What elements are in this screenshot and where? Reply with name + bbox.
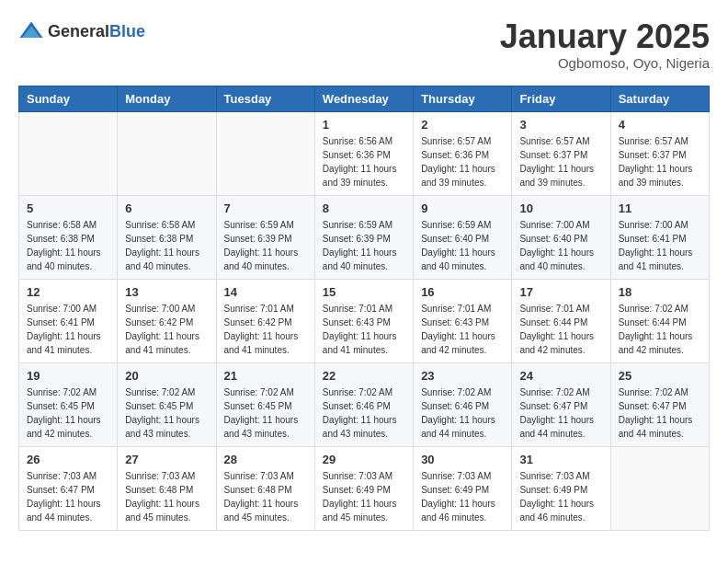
calendar-cell: 23Sunrise: 7:02 AMSunset: 6:46 PMDayligh… bbox=[414, 362, 512, 446]
day-info: Sunrise: 6:56 AMSunset: 6:36 PMDaylight:… bbox=[323, 134, 405, 190]
day-number: 1 bbox=[323, 118, 405, 132]
day-number: 31 bbox=[519, 453, 602, 466]
calendar-cell: 27Sunrise: 7:03 AMSunset: 6:48 PMDayligh… bbox=[118, 446, 216, 530]
week-row-2: 5Sunrise: 6:58 AMSunset: 6:38 PMDaylight… bbox=[19, 195, 710, 279]
day-info: Sunrise: 6:59 AMSunset: 6:39 PMDaylight:… bbox=[224, 218, 307, 273]
day-info: Sunrise: 7:02 AMSunset: 6:45 PMDaylight:… bbox=[125, 385, 208, 441]
weekday-header-row: SundayMondayTuesdayWednesdayThursdayFrid… bbox=[19, 86, 710, 111]
calendar-cell bbox=[118, 111, 216, 195]
day-info: Sunrise: 7:02 AMSunset: 6:46 PMDaylight:… bbox=[421, 385, 504, 441]
day-number: 10 bbox=[519, 201, 602, 215]
calendar-cell: 12Sunrise: 7:00 AMSunset: 6:41 PMDayligh… bbox=[19, 279, 118, 362]
day-info: Sunrise: 6:58 AMSunset: 6:38 PMDaylight:… bbox=[125, 218, 208, 273]
calendar-cell: 17Sunrise: 7:01 AMSunset: 6:44 PMDayligh… bbox=[512, 279, 610, 362]
week-row-5: 26Sunrise: 7:03 AMSunset: 6:47 PMDayligh… bbox=[19, 446, 710, 530]
title-section: January 2025 Ogbomoso, Oyo, Nigeria bbox=[500, 18, 710, 71]
calendar-cell: 2Sunrise: 6:57 AMSunset: 6:36 PMDaylight… bbox=[414, 111, 512, 195]
logo-icon bbox=[18, 18, 44, 44]
day-number: 9 bbox=[421, 201, 504, 215]
logo-text-blue: Blue bbox=[109, 22, 145, 40]
calendar-cell: 19Sunrise: 7:02 AMSunset: 6:45 PMDayligh… bbox=[19, 362, 118, 446]
day-info: Sunrise: 6:57 AMSunset: 6:36 PMDaylight:… bbox=[421, 134, 504, 190]
calendar-cell: 24Sunrise: 7:02 AMSunset: 6:47 PMDayligh… bbox=[512, 362, 610, 446]
day-info: Sunrise: 7:00 AMSunset: 6:40 PMDaylight:… bbox=[519, 218, 602, 273]
calendar-cell: 14Sunrise: 7:01 AMSunset: 6:42 PMDayligh… bbox=[216, 279, 314, 362]
calendar-cell: 10Sunrise: 7:00 AMSunset: 6:40 PMDayligh… bbox=[512, 195, 610, 279]
calendar-cell: 18Sunrise: 7:02 AMSunset: 6:44 PMDayligh… bbox=[610, 279, 709, 362]
calendar-cell: 6Sunrise: 6:58 AMSunset: 6:38 PMDaylight… bbox=[118, 195, 216, 279]
day-number: 18 bbox=[619, 285, 701, 299]
day-info: Sunrise: 7:02 AMSunset: 6:47 PMDaylight:… bbox=[619, 385, 701, 441]
day-info: Sunrise: 7:00 AMSunset: 6:41 PMDaylight:… bbox=[619, 218, 701, 273]
day-info: Sunrise: 7:01 AMSunset: 6:43 PMDaylight:… bbox=[323, 302, 405, 357]
day-info: Sunrise: 7:02 AMSunset: 6:45 PMDaylight:… bbox=[224, 385, 307, 441]
calendar-cell: 8Sunrise: 6:59 AMSunset: 6:39 PMDaylight… bbox=[314, 195, 413, 279]
day-info: Sunrise: 7:01 AMSunset: 6:42 PMDaylight:… bbox=[224, 302, 307, 357]
calendar-cell: 21Sunrise: 7:02 AMSunset: 6:45 PMDayligh… bbox=[216, 362, 314, 446]
calendar-cell: 1Sunrise: 6:56 AMSunset: 6:36 PMDaylight… bbox=[314, 111, 413, 195]
logo-text-general: General bbox=[48, 22, 109, 40]
day-info: Sunrise: 7:03 AMSunset: 6:47 PMDaylight:… bbox=[27, 469, 109, 524]
day-info: Sunrise: 6:57 AMSunset: 6:37 PMDaylight:… bbox=[519, 134, 602, 190]
day-number: 7 bbox=[224, 201, 307, 215]
day-number: 16 bbox=[421, 285, 504, 299]
day-number: 5 bbox=[27, 201, 109, 215]
day-number: 23 bbox=[421, 369, 504, 383]
day-number: 26 bbox=[27, 453, 109, 466]
calendar-table: SundayMondayTuesdayWednesdayThursdayFrid… bbox=[18, 86, 710, 531]
week-row-1: 1Sunrise: 6:56 AMSunset: 6:36 PMDaylight… bbox=[19, 111, 710, 195]
calendar-cell: 26Sunrise: 7:03 AMSunset: 6:47 PMDayligh… bbox=[19, 446, 118, 530]
day-info: Sunrise: 6:59 AMSunset: 6:40 PMDaylight:… bbox=[421, 218, 504, 273]
calendar-cell: 28Sunrise: 7:03 AMSunset: 6:48 PMDayligh… bbox=[216, 446, 314, 530]
day-info: Sunrise: 7:03 AMSunset: 6:49 PMDaylight:… bbox=[421, 469, 504, 524]
calendar-cell: 31Sunrise: 7:03 AMSunset: 6:49 PMDayligh… bbox=[512, 446, 610, 530]
calendar-cell: 29Sunrise: 7:03 AMSunset: 6:49 PMDayligh… bbox=[314, 446, 413, 530]
weekday-header-friday: Friday bbox=[512, 86, 610, 111]
location: Ogbomoso, Oyo, Nigeria bbox=[500, 55, 710, 71]
page-header: GeneralBlue January 2025 Ogbomoso, Oyo, … bbox=[18, 18, 710, 71]
day-number: 28 bbox=[224, 453, 307, 466]
calendar-cell bbox=[610, 446, 709, 530]
day-info: Sunrise: 7:03 AMSunset: 6:48 PMDaylight:… bbox=[125, 469, 208, 524]
calendar-cell: 9Sunrise: 6:59 AMSunset: 6:40 PMDaylight… bbox=[414, 195, 512, 279]
calendar-cell: 5Sunrise: 6:58 AMSunset: 6:38 PMDaylight… bbox=[19, 195, 118, 279]
calendar-cell: 25Sunrise: 7:02 AMSunset: 6:47 PMDayligh… bbox=[610, 362, 709, 446]
day-info: Sunrise: 6:58 AMSunset: 6:38 PMDaylight:… bbox=[27, 218, 109, 273]
calendar-cell bbox=[216, 111, 314, 195]
weekday-header-tuesday: Tuesday bbox=[216, 86, 314, 111]
calendar-cell: 30Sunrise: 7:03 AMSunset: 6:49 PMDayligh… bbox=[414, 446, 512, 530]
day-info: Sunrise: 7:03 AMSunset: 6:48 PMDaylight:… bbox=[224, 469, 307, 524]
weekday-header-thursday: Thursday bbox=[414, 86, 512, 111]
calendar-cell: 13Sunrise: 7:00 AMSunset: 6:42 PMDayligh… bbox=[118, 279, 216, 362]
day-info: Sunrise: 7:00 AMSunset: 6:41 PMDaylight:… bbox=[27, 302, 109, 357]
weekday-header-monday: Monday bbox=[118, 86, 216, 111]
weekday-header-saturday: Saturday bbox=[610, 86, 709, 111]
logo: GeneralBlue bbox=[18, 18, 145, 44]
calendar-cell: 3Sunrise: 6:57 AMSunset: 6:37 PMDaylight… bbox=[512, 111, 610, 195]
day-number: 15 bbox=[323, 285, 405, 299]
day-info: Sunrise: 7:02 AMSunset: 6:47 PMDaylight:… bbox=[519, 385, 602, 441]
day-number: 29 bbox=[323, 453, 405, 466]
calendar-cell: 11Sunrise: 7:00 AMSunset: 6:41 PMDayligh… bbox=[610, 195, 709, 279]
day-number: 25 bbox=[619, 369, 701, 383]
week-row-3: 12Sunrise: 7:00 AMSunset: 6:41 PMDayligh… bbox=[19, 279, 710, 362]
weekday-header-wednesday: Wednesday bbox=[314, 86, 413, 111]
calendar-cell: 22Sunrise: 7:02 AMSunset: 6:46 PMDayligh… bbox=[314, 362, 413, 446]
weekday-header-sunday: Sunday bbox=[19, 86, 118, 111]
day-info: Sunrise: 7:02 AMSunset: 6:46 PMDaylight:… bbox=[323, 385, 405, 441]
day-number: 27 bbox=[125, 453, 208, 466]
day-number: 22 bbox=[323, 369, 405, 383]
day-number: 30 bbox=[421, 453, 504, 466]
day-number: 14 bbox=[224, 285, 307, 299]
day-number: 19 bbox=[27, 369, 109, 383]
day-info: Sunrise: 7:01 AMSunset: 6:43 PMDaylight:… bbox=[421, 302, 504, 357]
day-info: Sunrise: 6:57 AMSunset: 6:37 PMDaylight:… bbox=[619, 134, 701, 190]
calendar-cell: 4Sunrise: 6:57 AMSunset: 6:37 PMDaylight… bbox=[610, 111, 709, 195]
day-info: Sunrise: 7:01 AMSunset: 6:44 PMDaylight:… bbox=[519, 302, 602, 357]
day-number: 13 bbox=[125, 285, 208, 299]
day-info: Sunrise: 7:03 AMSunset: 6:49 PMDaylight:… bbox=[323, 469, 405, 524]
day-number: 8 bbox=[323, 201, 405, 215]
day-number: 24 bbox=[519, 369, 602, 383]
week-row-4: 19Sunrise: 7:02 AMSunset: 6:45 PMDayligh… bbox=[19, 362, 710, 446]
day-info: Sunrise: 6:59 AMSunset: 6:39 PMDaylight:… bbox=[323, 218, 405, 273]
